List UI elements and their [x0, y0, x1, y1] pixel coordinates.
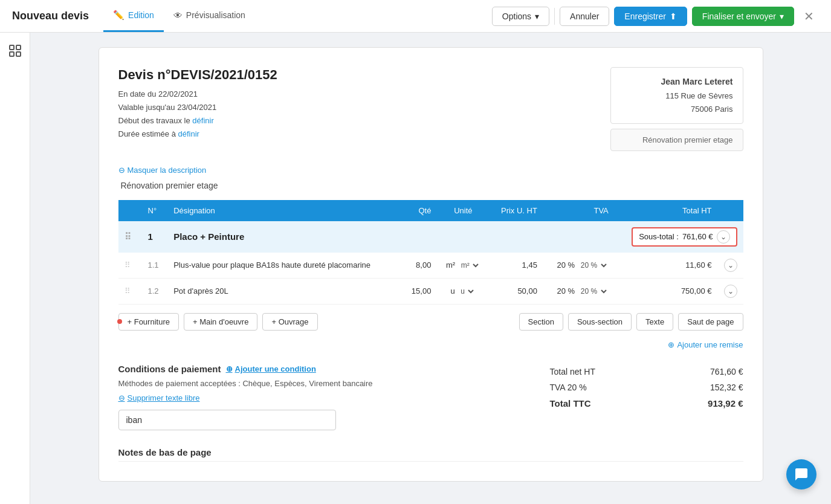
section-subtotal: Sous-total : 761,60 € ⌄: [632, 227, 737, 247]
doc-header: Devis n°DEVIS/2021/0152 En date du 22/02…: [118, 67, 743, 151]
sidebar: [0, 33, 30, 504]
renovation-box: Rénovation premier etage: [610, 129, 743, 151]
section-drag: ⠿: [118, 221, 142, 253]
line2-unit: u u: [437, 278, 489, 304]
section-name: Placo + Peinture: [167, 221, 615, 253]
chat-bubble[interactable]: [786, 459, 816, 489]
tab-edition[interactable]: ✏️ Edition: [103, 0, 164, 32]
line1-collapse-btn[interactable]: ⌄: [724, 259, 737, 272]
col-designation: Désignation: [167, 200, 401, 221]
total-ttc-value: 913,92 €: [708, 398, 743, 409]
sidebar-box-icon[interactable]: [4, 40, 26, 62]
col-tva: TVA: [543, 200, 615, 221]
add-fourniture-button[interactable]: + Fourniture: [118, 313, 179, 331]
line1-unit: m² m²: [437, 253, 489, 279]
plus-icon: ⊕: [226, 364, 233, 373]
conditions-section: Conditions de paiement ⊕ Ajouter une con…: [118, 364, 535, 430]
line1-designation: Plus-value pour plaque BA18s haute duret…: [167, 253, 401, 279]
chevron-down-icon-finaliser: ▾: [780, 11, 784, 21]
valable-line: Valable jusqu'au 23/04/2021: [118, 101, 277, 114]
add-condition-link[interactable]: ⊕ Ajouter une condition: [226, 364, 316, 373]
minus-circle-icon: ⊖: [118, 393, 125, 402]
line1-drag: ⠿: [118, 253, 142, 279]
svg-rect-1: [16, 45, 21, 50]
add-remise-container: ⊕ Ajouter une remise: [118, 338, 743, 349]
duree-link[interactable]: définir: [178, 129, 199, 138]
add-line-buttons: + Fourniture + Main d'oeuvre + Ouvrage: [118, 313, 318, 331]
notes-title: Notes de bas de page: [118, 447, 743, 457]
section-row: ⠿ 1 Placo + Peinture Sous-total : 761,60…: [118, 221, 743, 253]
total-net-ht-row: Total net HT 761,60 €: [550, 364, 743, 380]
topbar-actions: Options ▾ Annuler Enregistrer ⬆ Finalise…: [492, 7, 819, 26]
line2-collapse: ⌄: [718, 278, 743, 304]
line1-qty: 8,00: [402, 253, 438, 279]
line2-collapse-btn[interactable]: ⌄: [724, 285, 737, 298]
edit-icon: ✏️: [113, 10, 124, 21]
texte-button[interactable]: Texte: [636, 313, 673, 331]
sous-section-button[interactable]: Sous-section: [568, 313, 632, 331]
page-title: Nouveau devis: [12, 10, 89, 22]
action-row: + Fourniture + Main d'oeuvre + Ouvrage S…: [118, 311, 743, 333]
add-remise-link[interactable]: ⊕ Ajouter une remise: [668, 340, 743, 349]
description-text: Rénovation premier etage: [118, 181, 743, 190]
table-header-row: N° Désignation Qté Unité Prix U. HT TVA …: [118, 200, 743, 221]
line2-tva-select[interactable]: 20 %: [577, 286, 609, 296]
debut-link[interactable]: définir: [192, 116, 213, 125]
add-section-buttons: Section Sous-section Texte Saut de page: [519, 313, 743, 331]
client-name: Jean Marc Leteret: [621, 75, 733, 89]
client-address1: 115 Rue de Sèvres: [621, 89, 733, 103]
line1-tva: 20 % 20 %: [543, 253, 615, 279]
toggle-description-btn[interactable]: ⊖ Masquer la description: [118, 166, 743, 175]
layout: Devis n°DEVIS/2021/0152 En date du 22/02…: [0, 33, 831, 504]
separator: [554, 8, 555, 25]
total-net-ht-label: Total net HT: [550, 367, 595, 376]
minus-icon: ⊖: [118, 166, 125, 175]
line2-unit-select[interactable]: u: [457, 286, 476, 296]
col-qty: Qté: [402, 200, 438, 221]
col-n: N°: [142, 200, 168, 221]
line1-unit-select[interactable]: m²: [458, 260, 480, 270]
iban-input[interactable]: [118, 410, 336, 430]
drag-dots-icon[interactable]: ⠿: [124, 260, 131, 270]
table-row: ⠿ 1.1 Plus-value pour plaque BA18s haute…: [118, 253, 743, 279]
col-actions: [718, 200, 743, 221]
client-box: Jean Marc Leteret 115 Rue de Sèvres 7500…: [610, 67, 743, 124]
date-line: En date du 22/02/2021: [118, 88, 277, 101]
line2-drag: ⠿: [118, 278, 142, 304]
main-content: Devis n°DEVIS/2021/0152 En date du 22/02…: [30, 33, 831, 504]
table-row: ⠿ 1.2 Pot d'après 20L 15,00 u u 50,00 20…: [118, 278, 743, 304]
save-icon: ⬆: [670, 11, 677, 21]
col-prix: Prix U. HT: [489, 200, 543, 221]
col-total: Total HT: [615, 200, 718, 221]
enregistrer-button[interactable]: Enregistrer ⬆: [614, 7, 687, 26]
svg-rect-0: [10, 45, 14, 50]
annuler-button[interactable]: Annuler: [560, 7, 609, 26]
options-button[interactable]: Options ▾: [492, 7, 549, 26]
tab-group: ✏️ Edition 👁 Prévisualisation: [103, 0, 255, 32]
col-drag: [118, 200, 142, 221]
total-ttc-row: Total TTC 913,92 €: [550, 395, 743, 412]
finaliser-button[interactable]: Finaliser et envoyer ▾: [692, 7, 794, 26]
line1-tva-select[interactable]: 20 %: [577, 260, 609, 270]
close-button[interactable]: ✕: [799, 7, 819, 26]
drag-dots-icon-2[interactable]: ⠿: [124, 286, 131, 296]
add-main-oeuvre-button[interactable]: + Main d'oeuvre: [184, 313, 257, 331]
debut-line: Début des travaux le définir: [118, 114, 277, 128]
section-button[interactable]: Section: [519, 313, 563, 331]
bottom-section: Conditions de paiement ⊕ Ajouter une con…: [118, 364, 743, 430]
client-address2: 75006 Paris: [621, 103, 733, 116]
tab-preview[interactable]: 👁 Prévisualisation: [164, 0, 255, 32]
tva-label: TVA 20 %: [550, 383, 587, 392]
svg-rect-3: [16, 52, 21, 56]
tva-row: TVA 20 % 152,32 €: [550, 380, 743, 395]
section-collapse-btn[interactable]: ⌄: [717, 230, 730, 244]
doc-client: Jean Marc Leteret 115 Rue de Sèvres 7500…: [610, 67, 743, 151]
doc-info: Devis n°DEVIS/2021/0152 En date du 22/02…: [118, 67, 277, 151]
line2-prix: 50,00: [489, 278, 543, 304]
items-table: N° Désignation Qté Unité Prix U. HT TVA …: [118, 200, 743, 305]
supprimer-texte-libre-link[interactable]: ⊖ Supprimer texte libre: [118, 393, 200, 402]
add-ouvrage-button[interactable]: + Ouvrage: [262, 313, 317, 331]
saut-page-button[interactable]: Saut de page: [678, 313, 743, 331]
drag-handle-icon[interactable]: ⠿: [124, 231, 131, 242]
red-dot: [117, 319, 122, 324]
